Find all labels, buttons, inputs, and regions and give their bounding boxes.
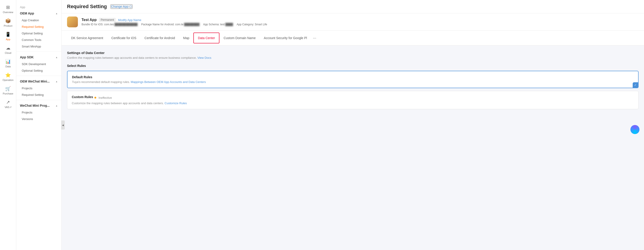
view-docs-link[interactable]: View Docs	[198, 56, 211, 59]
tabs-bar: DK Service Agreement Certificate for iOS…	[62, 31, 644, 45]
app-icon: 📱	[5, 32, 11, 37]
chevron-up-icon-wechat: ▲	[56, 80, 58, 83]
cloud-icon: ☁	[6, 45, 10, 51]
bundle-id-label: Bundle ID for iOS: com.tes ████████████	[82, 23, 138, 26]
nav-cloud-label: Cloud	[5, 52, 11, 54]
tab-custom-domain[interactable]: Custom Domain Name	[220, 33, 260, 43]
nav-app[interactable]: 📱 App	[0, 29, 16, 43]
sidebar-item-projects-mini[interactable]: Projects	[16, 109, 61, 116]
sidebar-top-label: App	[16, 3, 61, 10]
app-info-details: Test App Permanent Modify App Name Bundl…	[82, 18, 267, 26]
change-app-label: Change App	[111, 5, 128, 8]
sidebar: App OEM App ▲ App Creation Required Sett…	[16, 0, 62, 250]
sidebar-collapse-toggle[interactable]: ◀	[61, 121, 65, 129]
status-dot-ineffective	[94, 97, 96, 99]
select-rules-label: Select Rules	[67, 64, 638, 68]
sidebar-item-optional-setting-label: Optional Setting	[22, 32, 43, 35]
nav-overview-label: Overview	[3, 11, 13, 13]
tab-cert-android[interactable]: Certificate for Android	[140, 33, 179, 43]
nav-purchase[interactable]: 🛒 Purchase	[0, 84, 16, 97]
sidebar-group-wechat-mini[interactable]: WeChat Mini Prog... ▲	[16, 102, 61, 109]
customize-rules-link[interactable]: Customize Rules	[164, 102, 187, 105]
modify-app-name-link[interactable]: Modify App Name	[118, 18, 141, 22]
sidebar-item-versions-label: Versions	[22, 117, 33, 121]
nav-overview[interactable]: ⊞ Overview	[0, 2, 16, 16]
change-app-icon: ⬡	[129, 5, 132, 8]
mappings-link[interactable]: Mappings Between OEM App Accounts and Da…	[131, 80, 206, 84]
app-name: Test App	[82, 18, 97, 22]
app-badge: Permanent	[99, 18, 116, 22]
tab-account-security[interactable]: Account Security for Google Pl	[260, 33, 311, 43]
sidebar-item-common-tools-label: Common Tools	[22, 38, 41, 42]
nav-app-label: App	[6, 38, 10, 41]
nav-cloud[interactable]: ☁ Cloud	[0, 43, 16, 56]
nav-data[interactable]: 📊 Data	[0, 56, 16, 70]
sidebar-item-required-setting[interactable]: Required Setting	[16, 23, 61, 30]
gradient-orb-button[interactable]	[630, 125, 640, 134]
custom-rules-card[interactable]: Custom Rules Ineffective Customize the m…	[67, 91, 638, 109]
tab-cert-ios[interactable]: Certificate for iOS	[107, 33, 140, 43]
nav-operation[interactable]: ⭐ Operation	[0, 70, 16, 84]
sidebar-group-app-sdk-title: App SDK	[20, 55, 34, 59]
nav-vas[interactable]: ↗ VAS↗	[0, 97, 16, 111]
custom-rules-desc: Customize the mapping rules between app …	[72, 102, 634, 105]
main-header: Required Setting Change App ⬡	[62, 0, 644, 13]
nav-vas-label: VAS↗	[4, 106, 11, 109]
tabs-more-button[interactable]: ···	[311, 32, 318, 44]
sidebar-item-optional-setting[interactable]: Optional Setting	[16, 30, 61, 37]
overview-icon: ⊞	[6, 4, 10, 10]
tab-dk-service[interactable]: DK Service Agreement	[67, 33, 107, 43]
sidebar-group-app-sdk[interactable]: App SDK ▲	[16, 54, 61, 61]
nav-data-label: Data	[6, 65, 11, 68]
app-meta-row: Bundle ID for iOS: com.tes ████████████ …	[82, 23, 267, 26]
sidebar-item-app-creation-label: App Creation	[22, 18, 39, 22]
vas-icon: ↗	[6, 100, 10, 105]
sidebar-item-optional-sdk-label: Optional Setting	[22, 69, 43, 72]
nav-product[interactable]: 📦 Product	[0, 16, 16, 29]
icon-nav: ⊞ Overview 📦 Product 📱 App ☁ Cloud 📊 Dat…	[0, 0, 16, 250]
section-desc: Confirm the mapping rules between app ac…	[67, 56, 638, 59]
sidebar-item-projects-wechat[interactable]: Projects	[16, 85, 61, 92]
section-title: Settings of Data Center	[67, 51, 638, 55]
content-area: Settings of Data Center Confirm the mapp…	[62, 45, 644, 250]
sidebar-group-oem-app[interactable]: OEM App ▲	[16, 10, 61, 17]
tab-map[interactable]: Map	[179, 33, 194, 43]
sidebar-item-sdk-dev-label: SDK Development	[22, 62, 46, 66]
sidebar-item-required-setting-wechat[interactable]: Required Setting	[16, 92, 61, 98]
change-app-button[interactable]: Change App ⬡	[110, 4, 132, 9]
default-rules-desc: Tuya's recommended default mapping rules…	[72, 80, 634, 84]
sidebar-item-projects-wechat-label: Projects	[22, 87, 32, 90]
default-rules-card[interactable]: Default Rules Tuya's recommended default…	[67, 71, 638, 88]
collapse-arrow-icon: ◀	[62, 124, 64, 126]
app-category-label: App Category: Smart Life	[237, 23, 267, 26]
sidebar-item-optional-setting-sdk[interactable]: Optional Setting	[16, 67, 61, 74]
page-title: Required Setting	[67, 3, 107, 9]
app-schema-label: App Schema: test ████	[203, 23, 233, 26]
custom-rules-title: Custom Rules	[72, 95, 93, 99]
default-rules-title: Default Rules	[72, 75, 634, 79]
tab-data-center[interactable]: Data Center	[194, 32, 220, 43]
chevron-up-icon-sdk: ▲	[56, 56, 58, 59]
sidebar-item-app-creation[interactable]: App Creation	[16, 17, 61, 23]
nav-product-label: Product	[4, 24, 12, 27]
chevron-up-icon-mini: ▲	[56, 105, 58, 107]
sidebar-group-wechat-mini-title: WeChat Mini Prog...	[20, 104, 50, 107]
sidebar-item-versions[interactable]: Versions	[16, 116, 61, 122]
sidebar-item-common-tools[interactable]: Common Tools	[16, 37, 61, 43]
sidebar-group-oem-wechat-title: OEM WeChat Mini...	[20, 80, 50, 83]
sidebar-item-required-setting-label: Required Setting	[22, 25, 44, 28]
sidebar-item-smart-miniapp-label: Smart MiniApp	[22, 45, 41, 48]
sidebar-item-sdk-development[interactable]: SDK Development	[16, 61, 61, 67]
custom-rules-header: Custom Rules Ineffective	[72, 95, 634, 100]
app-icon-thumbnail	[67, 16, 78, 27]
product-icon: 📦	[5, 18, 11, 23]
ineffective-label: Ineffective	[98, 96, 112, 100]
nav-operation-label: Operation	[2, 79, 13, 81]
operation-icon: ⭐	[5, 72, 11, 78]
app-info-bar: Test App Permanent Modify App Name Bundl…	[62, 13, 644, 31]
sidebar-item-smart-miniapp[interactable]: Smart MiniApp	[16, 43, 61, 50]
nav-purchase-label: Purchase	[3, 92, 13, 95]
purchase-icon: 🛒	[5, 86, 11, 91]
sidebar-item-req-wechat-label: Required Setting	[22, 93, 44, 97]
sidebar-group-oem-wechat[interactable]: OEM WeChat Mini... ▲	[16, 78, 61, 85]
